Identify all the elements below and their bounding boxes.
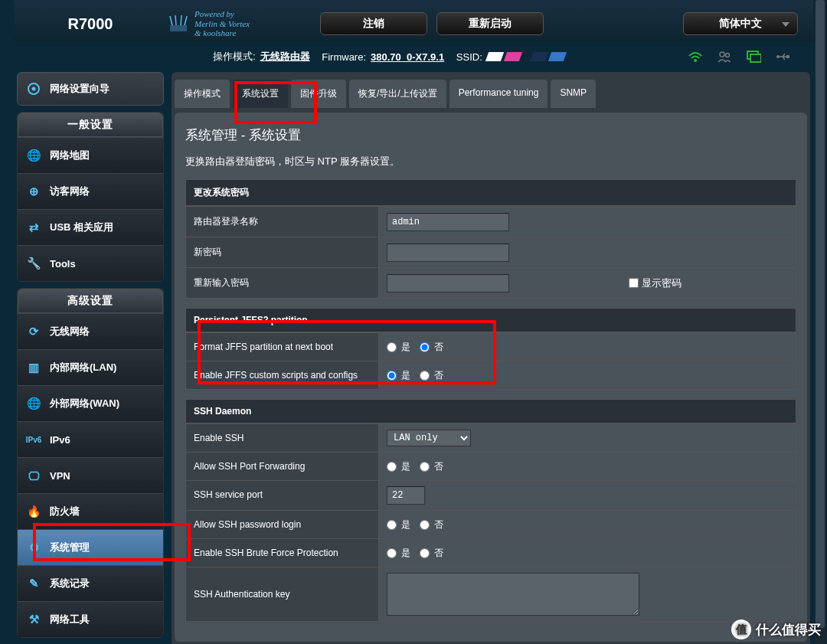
no-label: 否 (434, 547, 443, 560)
tab-restore[interactable]: 恢复/导出/上传设置 (349, 80, 446, 108)
sidebar-item-wan[interactable]: 🌐外部网络(WAN) (18, 385, 163, 421)
main-panel: 操作模式 系统设置 固件升级 恢复/导出/上传设置 Performance tu… (172, 72, 810, 644)
section-jffs: Persistent JFFS2 partition Format JFFS p… (185, 308, 796, 390)
sidebar-item-admin[interactable]: ⚙系统管理 (18, 529, 163, 565)
ssh-port-label: SSH service port (186, 481, 379, 510)
tool-icon: ⚒ (25, 611, 42, 628)
jffs-format-label: Format JFFS partition at next boot (186, 333, 379, 361)
reboot-button[interactable]: 重新启动 (436, 12, 544, 35)
sidebar-item-vpn[interactable]: 🖵VPN (18, 457, 163, 493)
ssh-brute-yes[interactable] (387, 548, 397, 558)
wizard-label: 网络设置向导 (50, 82, 110, 96)
tab-system[interactable]: 系统设置 (233, 80, 288, 108)
wizard-button[interactable]: 网络设置向导 (17, 72, 164, 106)
powered-line3: & koolshare (194, 28, 250, 38)
watermark-icon: 值 (731, 619, 751, 639)
sidebar-item-label: 系统管理 (50, 541, 90, 554)
ssh-portfwd-yes[interactable] (387, 462, 397, 472)
ssh-pwlogin-yes[interactable] (387, 520, 397, 530)
login-name-input[interactable] (387, 213, 509, 231)
sidebar-item-lan[interactable]: ▥内部网络(LAN) (18, 349, 163, 385)
ssh-authkey-textarea[interactable] (387, 573, 639, 616)
usb-status-icon[interactable] (775, 50, 790, 64)
log-icon: ✎ (25, 575, 42, 592)
no-label: 否 (434, 369, 443, 382)
tab-firmware[interactable]: 固件升级 (291, 80, 346, 108)
ssh-brute-no[interactable] (420, 548, 430, 558)
show-password-label: 显示密码 (642, 276, 682, 290)
ssid-swatches (487, 52, 565, 61)
sidebar-item-syslog[interactable]: ✎系统记录 (18, 565, 163, 601)
new-password-input[interactable] (387, 244, 509, 262)
model-name: R7000 (68, 15, 113, 33)
svg-rect-0 (170, 25, 187, 31)
yes-label: 是 (401, 341, 410, 354)
sidebar-item-nettools[interactable]: ⚒网络工具 (18, 601, 163, 637)
jffs-enable-label: Enable JFFS custom scripts and configs (186, 361, 379, 389)
sidebar-item-label: 防火墙 (50, 505, 80, 518)
jffs-enable-no[interactable] (420, 371, 430, 381)
tabs: 操作模式 系统设置 固件升级 恢复/导出/上传设置 Performance tu… (172, 72, 810, 108)
ssh-pwlogin-no[interactable] (420, 520, 430, 530)
confirm-password-label: 重新输入密码 (186, 268, 379, 298)
sidebar-item-label: Tools (50, 258, 76, 270)
top-bar: R7000 Powered by Merlin & Vortex & kools… (14, 0, 813, 41)
section-password: 更改系统密码 路由器登录名称 新密码 重新输入密码 显示密码 (185, 179, 796, 299)
firmware-value[interactable]: 380.70_0-X7.9.1 (371, 51, 444, 63)
sidebar-item-guest[interactable]: ⊕访客网络 (18, 173, 163, 209)
sidebar-item-network-map[interactable]: 🌐网络地图 (18, 137, 163, 173)
logo-area: R7000 (14, 15, 167, 33)
language-select[interactable]: 简体中文 (683, 12, 798, 35)
sidebar-item-label: 系统记录 (50, 577, 90, 590)
info-bar: 操作模式: 无线路由器 Firmware: 380.70_0-X7.9.1 SS… (14, 41, 813, 72)
svg-line-4 (185, 16, 187, 25)
sidebar-item-label: 内部网络(LAN) (50, 361, 116, 374)
tab-snmp[interactable]: SNMP (551, 80, 596, 108)
monitor-status-icon[interactable] (746, 50, 761, 64)
chevron-down-icon (781, 20, 790, 31)
admin-icon: ⚙ (25, 539, 42, 556)
ssid-label: SSID: (456, 51, 482, 63)
gear-icon (25, 80, 42, 97)
language-label: 简体中文 (719, 17, 762, 31)
ssh-pwlogin-label: Allow SSH password login (186, 511, 379, 538)
logout-button[interactable]: 注销 (320, 12, 427, 35)
sidebar-item-ipv6[interactable]: IPv6IPv6 (18, 421, 163, 457)
sidebar-item-label: IPv6 (50, 434, 70, 446)
sidebar-item-label: 外部网络(WAN) (50, 397, 119, 410)
sidebar-item-wireless[interactable]: ⟳无线网络 (18, 313, 163, 349)
jffs-format-no[interactable] (420, 342, 430, 352)
confirm-password-input[interactable] (387, 274, 509, 293)
mode-value[interactable]: 无线路由器 (260, 50, 310, 64)
yes-label: 是 (401, 369, 410, 382)
sidebar-item-firewall[interactable]: 🔥防火墙 (18, 493, 163, 529)
users-status-icon[interactable] (717, 50, 732, 64)
section-head: Persistent JFFS2 partition (186, 309, 796, 332)
svg-point-14 (32, 87, 36, 91)
wifi-status-icon[interactable] (688, 50, 703, 64)
tab-perf[interactable]: Performance tuning (449, 80, 548, 108)
page-title: 系统管理 - 系统设置 (185, 123, 796, 155)
section-head: 更改系统密码 (186, 180, 796, 206)
login-name-label: 路由器登录名称 (186, 207, 379, 237)
no-label: 否 (434, 518, 443, 531)
sidebar-item-label: VPN (50, 470, 70, 482)
wan-icon: 🌐 (25, 395, 42, 412)
ssh-portfwd-no[interactable] (420, 462, 430, 472)
sidebar-item-usb[interactable]: ⇄USB 相关应用 (18, 209, 163, 245)
yes-label: 是 (401, 518, 410, 531)
scrollbar-thumb[interactable] (816, 0, 825, 628)
show-password-checkbox[interactable] (629, 278, 639, 288)
jffs-enable-yes[interactable] (387, 371, 397, 381)
tab-opmode[interactable]: 操作模式 (175, 80, 230, 108)
jffs-format-yes[interactable] (387, 342, 397, 352)
no-label: 否 (434, 460, 443, 473)
ssh-port-input[interactable] (387, 486, 425, 505)
ssh-enable-select[interactable]: LAN only (387, 430, 471, 446)
firmware-label: Firmware: (322, 51, 366, 63)
svg-point-6 (694, 59, 697, 62)
scrollbar[interactable] (815, 0, 825, 644)
page-desc: 更换路由器登陆密码，时区与 NTP 服务器设置。 (185, 155, 796, 179)
powered-line1: Powered by (194, 9, 250, 19)
sidebar-item-tools[interactable]: 🔧Tools (18, 245, 163, 281)
